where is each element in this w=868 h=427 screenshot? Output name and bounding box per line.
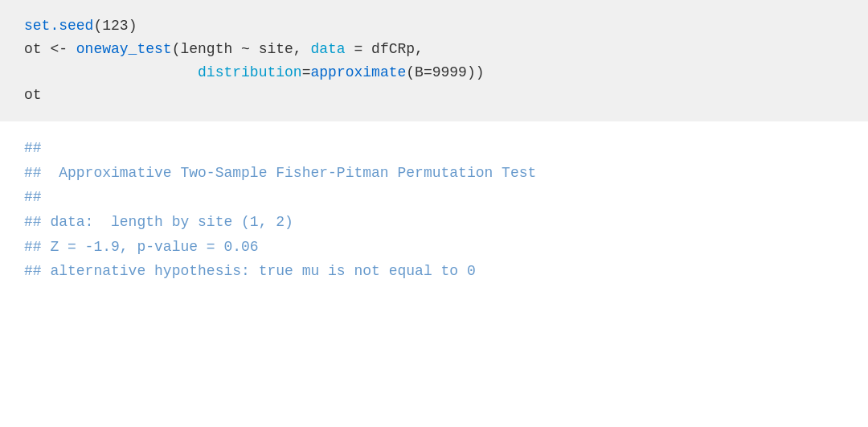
output-line-2: ## Approximative Two-Sample Fisher-Pitma…	[24, 161, 844, 186]
output-line-1: ##	[24, 136, 844, 161]
code-line-3: distribution=approximate(B=9999))	[24, 61, 844, 84]
code-token: = dfCRp,	[346, 41, 424, 57]
code-token	[24, 64, 198, 80]
code-token: distribution	[198, 64, 302, 80]
code-line-1: set.seed(123)	[24, 14, 844, 38]
code-token: ot	[24, 87, 42, 103]
code-token: set.seed	[24, 18, 93, 34]
code-token: data	[310, 41, 345, 57]
code-token: =	[302, 64, 311, 80]
code-token: oneway_test	[76, 41, 172, 57]
code-token: approximate	[310, 64, 406, 80]
code-token: (123)	[93, 18, 137, 34]
output-line-4: ## data: length by site (1, 2)	[24, 210, 844, 235]
code-line-2: ot <- oneway_test(length ~ site, data = …	[24, 38, 844, 61]
code-container: set.seed(123) ot <- oneway_test(length ~…	[0, 0, 868, 298]
output-block: ## ## Approximative Two-Sample Fisher-Pi…	[0, 121, 868, 298]
code-block: set.seed(123) ot <- oneway_test(length ~…	[0, 0, 868, 121]
code-token: ot <-	[24, 41, 76, 57]
code-line-4: ot	[24, 84, 844, 107]
output-line-6: ## alternative hypothesis: true mu is no…	[24, 259, 844, 284]
code-token: (length ~ site,	[172, 41, 311, 57]
output-line-3: ##	[24, 185, 844, 210]
output-line-5: ## Z = -1.9, p-value = 0.06	[24, 235, 844, 260]
code-token: (B=9999))	[406, 64, 484, 80]
